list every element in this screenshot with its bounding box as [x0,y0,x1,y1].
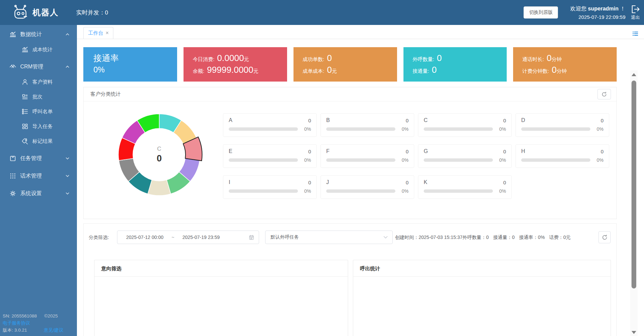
category-donut-chart[interactable] [114,109,205,200]
chevron-down-icon [384,236,388,239]
feedback-link[interactable]: 意见/建议 [44,327,63,334]
category-value: 0 [308,149,311,154]
sidebar-item-label: 任务管理 [20,155,42,162]
category-label: G [424,148,428,154]
sidebar-item-batch[interactable]: 批次 [0,89,77,104]
category-label: E [229,148,232,154]
category-card: H 0 0% [515,144,609,168]
serial-number: SN: 2055561088 [3,313,37,318]
tab-workbench[interactable]: 工作台 × [83,27,113,39]
refresh-icon [601,92,607,97]
tab-list-menu-icon[interactable] [633,31,638,36]
sidebar-item-label: 导入任务 [32,123,53,130]
category-value: 0 [308,118,311,123]
category-progress-bar [229,158,298,162]
sidebar-item-label: 系统设置 [20,190,42,197]
refresh-icon [602,235,608,240]
sidebar-item-label: CRM管理 [20,63,43,70]
sidebar-item-call-list[interactable]: 呼叫名单 [0,104,77,119]
chevron-up-icon [65,65,69,69]
sidebar-item-data-stats[interactable]: 数据统计 [0,27,77,42]
scroll-up-arrow[interactable] [632,73,636,76]
category-label: K [424,179,427,185]
calendar-icon [249,235,254,240]
grid-import-icon [22,123,28,130]
sidebar-item-crm[interactable]: CRM管理 [0,59,77,74]
category-progress-bar [229,127,298,131]
category-percent: 0% [398,157,409,163]
refresh-button[interactable] [598,231,611,243]
switch-to-classic-button[interactable]: 切换到原版 [524,6,558,19]
current-datetime: 2025-07-19 22:09:59 [570,14,625,20]
sidebar-item-import-task[interactable]: 导入任务 [0,119,77,134]
welcome-text: 欢迎您 superadmin ！ [570,5,625,12]
category-label: H [521,148,525,154]
category-card: G 0 0% [418,144,512,168]
sidebar-item-cost-stats[interactable]: 成本统计 [0,42,77,57]
scroll-down-arrow[interactable] [632,331,636,334]
category-progress-bar [326,127,395,131]
task-stats-text: 创建时间：2025-07-03 15:15:37外呼数量：0接通量：0接通率：0… [395,231,571,244]
category-card: C 0 0% [418,113,512,137]
chevron-up-icon [65,32,69,36]
date-range-input[interactable]: 2025-07-12 00:00 ~ 2025-07-19 23:59 [117,231,259,244]
vertical-scrollbar[interactable] [630,70,638,336]
logout-button[interactable]: 退出 [631,5,640,21]
category-value: 0 [601,118,604,123]
category-card: I 0 0% [223,175,317,199]
app-title: 机器人 [32,7,59,18]
sidebar-item-settings[interactable]: 系统设置 [0,186,77,201]
username: superadmin [588,6,619,11]
category-progress-bar [424,189,493,193]
sidebar-item-label: 话术管理 [20,173,42,180]
category-progress-bar [229,189,298,193]
subpanel-title: 意向筛选 [94,260,348,277]
chevron-down-icon [65,191,69,195]
sidebar-item-label: 标记结果 [32,138,53,145]
category-value: 0 [503,118,506,123]
robot-icon [13,5,29,20]
user-icon [22,79,28,85]
customer-category-panel: 客户分类统计 C 0 A 0 0% B 0 0% [83,87,617,219]
sidebar-item-script-mgmt[interactable]: 话术管理 [0,168,77,184]
category-label: B [326,117,330,123]
sidebar-item-label: 数据统计 [20,31,42,38]
copyright: ©2025 [44,313,58,318]
category-card: F 0 0% [320,144,414,168]
intent-filter-panel: 分类筛选: 2025-07-12 00:00 ~ 2025-07-19 23:5… [83,223,617,336]
handshake-icon [9,63,16,70]
main-content: 工作台 × 接通率 0% 今日消费:0.0000元 余额:99999.0000元… [77,25,644,336]
sidebar-item-label: 呼叫名单 [32,109,53,115]
sidebar-item-tag-results[interactable]: 标记结果 [0,134,77,149]
category-percent: 0% [496,126,506,132]
category-percent: 0% [593,126,604,132]
category-progress-bar [521,158,590,162]
category-value: 0 [406,118,409,123]
service-agreement-link[interactable]: 电子服务协议 [3,319,74,327]
scrollbar-thumb[interactable] [632,81,636,288]
concurrency-status: 实时并发：0 [76,9,108,17]
tag-icon [22,138,28,145]
filter-label: 分类筛选: [89,231,109,244]
category-progress-bar [326,158,395,162]
category-card: A 0 0% [223,113,317,137]
category-percent: 0% [301,188,311,194]
category-value: 0 [601,149,604,154]
category-card: D 0 0% [515,113,609,137]
serial-number-row: SN: 2055561088©2025 [3,312,74,319]
category-percent: 0% [398,126,409,132]
stat-card-success-orders: 成功单数:0 成单成本:0元 [293,47,397,82]
chevron-down-icon [65,174,69,178]
category-progress-bar [326,189,395,193]
category-value: 0 [308,180,311,185]
stat-title: 接通率 [93,52,177,64]
task-select[interactable]: 默认外呼任务 [265,231,393,244]
stat-card-call-duration: 通话时长:0分钟 计费分钟数:0分钟 [513,47,617,82]
sidebar-item-customer-data[interactable]: 客户资料 [0,74,77,89]
panel-title: 客户分类统计 [90,91,121,97]
sidebar-footer: SN: 2055561088©2025 电子服务协议 版本: 3.0.21意见/… [3,312,74,334]
category-percent: 0% [301,126,311,132]
refresh-button[interactable] [597,89,611,99]
close-icon[interactable]: × [106,30,109,36]
sidebar-item-task-mgmt[interactable]: 任务管理 [0,151,77,166]
